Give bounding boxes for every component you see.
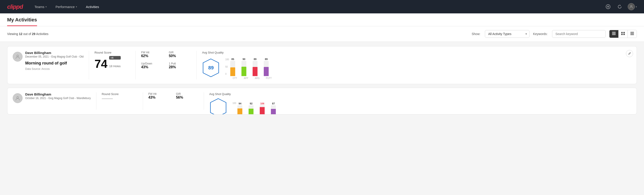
divider <box>143 92 143 110</box>
grid-view-button[interactable] <box>618 30 628 38</box>
navigation: clippd Teams ▾ Performance ▾ Activities <box>0 0 644 14</box>
keywords-label: Keywords: <box>533 32 548 36</box>
quality-section: Avg Shot Quality 89 100 50 0 <box>202 51 631 80</box>
updown-stat: Up/Down 43% <box>141 62 163 69</box>
logo[interactable]: clippd <box>7 3 23 10</box>
quality-label: Avg Shot Quality <box>209 92 631 96</box>
svg-rect-10 <box>624 34 625 35</box>
activity-card: Dave Billingham December 05, 2021 - Gog … <box>7 46 637 84</box>
divider <box>89 51 89 80</box>
performance-chevron-icon: ▾ <box>76 6 77 8</box>
score-badge: +4 <box>109 56 120 60</box>
svg-rect-9 <box>621 34 623 35</box>
activity-title: Morning round of golf <box>25 61 84 66</box>
svg-point-16 <box>17 96 18 98</box>
user-name: Dave Billingham <box>25 51 84 55</box>
avatar-button[interactable]: ▾ <box>628 3 637 10</box>
activity-type-select-wrapper: All Activity Types ▾ <box>485 30 530 38</box>
quality-hex <box>209 98 227 114</box>
activity-card: Dave Billingham October 16, 2021 - Gog M… <box>7 88 637 114</box>
card-user-details: Dave Billingham October 16, 2021 - Gog M… <box>25 92 91 100</box>
quality-section: Avg Shot Quality 100 50 94 <box>209 92 631 110</box>
svg-rect-4 <box>612 32 616 32</box>
shot-quality-chart-2: 100 50 94 92 <box>232 101 631 114</box>
quality-label: Avg Shot Quality <box>202 51 631 54</box>
show-label: Show: <box>472 32 480 36</box>
page-title: My Activities <box>7 17 37 26</box>
score-holes: 18 Holes <box>109 64 120 68</box>
quality-content: 89 100 50 0 85 <box>202 56 631 80</box>
divider <box>136 51 136 80</box>
svg-rect-12 <box>630 33 634 34</box>
nav-performance[interactable]: Performance ▾ <box>55 5 78 9</box>
filter-bar: Viewing 12 out of 29 Activities Show: Al… <box>0 26 644 42</box>
round-score-label: Round Score <box>94 51 130 54</box>
quality-content: 100 50 94 92 <box>209 98 631 114</box>
list-compact-view-button[interactable] <box>610 30 618 38</box>
gir-stat: GIR 56% <box>176 92 198 100</box>
nav-activities[interactable]: Activities <box>85 5 100 9</box>
score-value: 74 <box>94 58 107 70</box>
divider <box>96 92 96 110</box>
gir-value: 50% <box>169 54 191 58</box>
stats-col-2: GIR 50% 1 Putt 28% <box>169 51 191 80</box>
divider <box>196 51 196 80</box>
nav-icons: ▾ <box>604 3 637 10</box>
teams-chevron-icon: ▾ <box>46 6 47 8</box>
avatar <box>13 52 22 62</box>
stats-col-1: FW Hit 62% Up/Down 43% <box>141 51 163 80</box>
score-display: 74 +4 18 Holes <box>94 56 130 70</box>
svg-rect-8 <box>624 32 625 33</box>
subheader: My Activities <box>0 14 644 26</box>
updown-label: Up/Down <box>141 62 163 65</box>
divider <box>204 92 204 110</box>
avatar <box>628 3 635 10</box>
stats-col-2: GIR 56% <box>176 92 198 110</box>
quality-score: 89 <box>208 65 214 71</box>
svg-rect-7 <box>621 32 623 33</box>
round-score-section: Round Score 74 +4 18 Holes <box>94 51 130 80</box>
svg-point-14 <box>17 55 18 57</box>
score-info: +4 18 Holes <box>109 56 120 69</box>
date-location: October 16, 2021 - Gog Magog Golf Club -… <box>25 96 91 100</box>
gir-value: 56% <box>176 96 198 100</box>
svg-rect-5 <box>612 33 616 34</box>
stats-col-1: FW Hit 43% <box>148 92 171 110</box>
svg-point-3 <box>630 5 632 7</box>
round-score-label: Round Score <box>102 92 138 96</box>
avatar <box>13 93 22 103</box>
svg-rect-11 <box>630 32 634 32</box>
nav-teams[interactable]: Teams ▾ <box>34 5 48 9</box>
shot-quality-chart: 100 50 0 85 90 <box>225 56 631 80</box>
card-user-info: Dave Billingham October 16, 2021 - Gog M… <box>13 92 91 110</box>
gir-stat: GIR 50% <box>169 51 191 58</box>
view-mode-buttons <box>609 30 637 38</box>
refresh-button[interactable] <box>616 3 623 10</box>
user-name: Dave Billingham <box>25 92 91 96</box>
list-full-view-button[interactable] <box>628 30 637 38</box>
fw-hit-label: FW Hit <box>141 51 163 54</box>
stats-section: FW Hit 62% Up/Down 43% GIR 50% 1 Putt 28… <box>141 51 191 80</box>
updown-value: 43% <box>141 65 163 69</box>
svg-rect-13 <box>630 34 634 35</box>
fw-hit-stat: FW Hit 62% <box>141 51 163 58</box>
add-button[interactable] <box>604 3 612 10</box>
fw-hit-value: 62% <box>141 54 163 58</box>
round-score-section: Round Score <box>102 92 138 110</box>
activity-type-select[interactable]: All Activity Types <box>485 30 530 38</box>
stats-section: FW Hit 43% GIR 56% <box>148 92 198 110</box>
keyword-search-input[interactable] <box>552 30 606 38</box>
viewing-count: 12 <box>19 32 22 36</box>
svg-marker-17 <box>210 98 226 114</box>
gir-label: GIR <box>176 92 198 96</box>
svg-rect-6 <box>612 34 616 35</box>
viewing-count-text: Viewing 12 out of 29 Activities <box>7 32 468 36</box>
card-user-details: Dave Billingham December 05, 2021 - Gog … <box>25 51 84 70</box>
fw-hit-value: 43% <box>148 96 171 100</box>
activities-list: Dave Billingham December 05, 2021 - Gog … <box>0 42 644 119</box>
date-location: December 05, 2021 - Gog Magog Golf Club … <box>25 55 84 58</box>
viewing-total: 29 <box>32 32 36 36</box>
avatar-chevron-icon: ▾ <box>636 6 637 8</box>
fw-hit-stat: FW Hit 43% <box>148 92 171 100</box>
fw-hit-label: FW Hit <box>148 92 171 96</box>
